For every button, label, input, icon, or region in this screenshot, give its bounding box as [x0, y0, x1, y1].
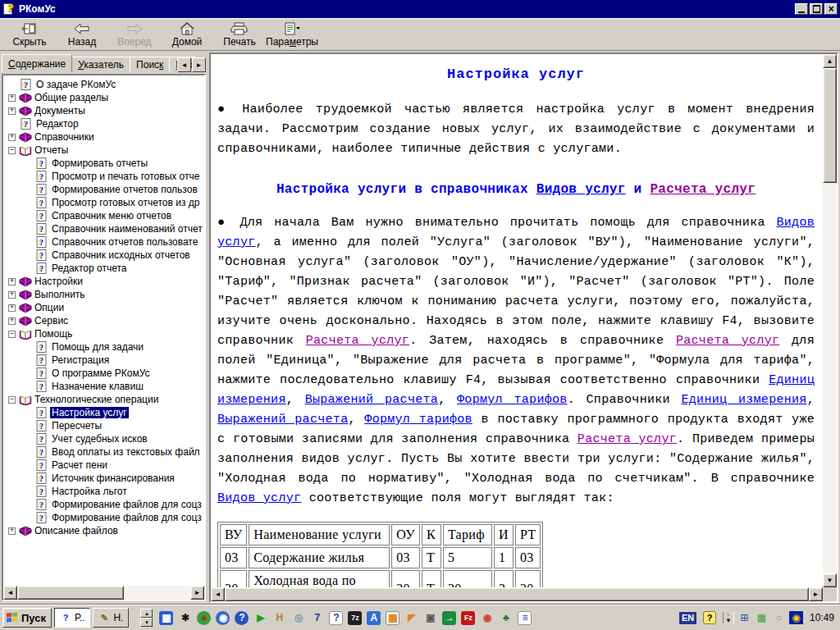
expand-plus-icon[interactable]: + [8, 94, 16, 102]
expand-plus-icon[interactable]: + [8, 291, 16, 299]
volume-tray-icon[interactable]: ○ [772, 611, 786, 624]
network-tray-icon[interactable]: ⊞ [737, 611, 751, 624]
help-link[interactable]: Формул тарифов [364, 413, 472, 427]
tree-item[interactable]: ?Учет судебных исков [3, 432, 204, 445]
help-link[interactable]: Видов услуг [217, 216, 815, 249]
gear-icon[interactable]: ✱ [178, 611, 192, 625]
globe-icon[interactable]: ◉ [216, 611, 230, 625]
player-a-icon[interactable]: A [367, 611, 381, 625]
help-circle-icon[interactable]: ? [235, 611, 249, 625]
tree-item[interactable]: ?Формировать отчеты [3, 157, 204, 170]
tree-item[interactable]: −Отчеты [3, 144, 204, 157]
tab-index[interactable]: Указатель [71, 57, 130, 72]
tab-search[interactable]: Поиск [130, 57, 170, 72]
zip-globe-icon[interactable]: 7 [310, 611, 324, 625]
tree-item[interactable]: ?Настройка услуг [3, 406, 204, 419]
tree-item[interactable]: ?Редактор отчета [3, 262, 204, 275]
help-link[interactable]: Формул тарифов [457, 393, 568, 407]
tree-item[interactable]: +Справочники [3, 130, 204, 144]
language-indicator[interactable]: EN [679, 612, 696, 624]
expand-plus-icon[interactable]: + [8, 317, 16, 325]
task-button[interactable]: ✎Н. [93, 608, 129, 628]
browser-circle-icon[interactable]: ◉ [480, 611, 494, 625]
tree-item[interactable]: ?Просмотр готовых отчетов из др [3, 196, 204, 209]
tree-item[interactable]: ?О программе РКомУс [3, 367, 204, 380]
tree-item[interactable]: ?О задаче РКомУс [3, 78, 204, 91]
tree-horizontal-scrollbar[interactable]: ◄ ► [3, 586, 204, 600]
help-link[interactable]: Видов услуг [217, 491, 301, 505]
help-link[interactable]: Видов услуг [536, 182, 626, 197]
hex-editor-icon[interactable]: H [272, 611, 286, 625]
scroll-down-icon[interactable]: ▼ [823, 573, 837, 587]
content-vertical-scrollbar[interactable]: ▲ ▼ [823, 54, 837, 587]
tree-item[interactable]: ?Назначение клавиш [3, 380, 204, 393]
system-tray-icon[interactable]: ▦ [755, 611, 769, 624]
sevenzip-icon[interactable]: 7z [348, 611, 362, 625]
tree-item[interactable]: −Помощь [3, 327, 204, 340]
close-button[interactable]: × [824, 3, 838, 15]
help-link[interactable]: Расчета услуг [578, 432, 677, 446]
hide-button[interactable]: Скрыть [3, 19, 56, 50]
tree-item[interactable]: ?Помощь для задачи [3, 340, 204, 354]
tree-item[interactable]: ?Настройка льгот [3, 485, 204, 498]
expand-plus-icon[interactable]: + [8, 107, 16, 115]
collapse-minus-icon[interactable]: − [8, 147, 16, 154]
expand-plus-icon[interactable]: + [8, 304, 16, 312]
help-file-icon[interactable]: ? [329, 611, 343, 625]
help-link[interactable]: Выражений расчета [305, 393, 438, 407]
tree-item[interactable]: −Технологические операции [3, 393, 204, 406]
tree-item[interactable]: ?Справочник меню отчетов [3, 209, 204, 222]
forward-button[interactable]: Вперед [108, 19, 161, 50]
tree-item[interactable]: ?Расчет пени [3, 459, 204, 472]
tree-item[interactable]: ?Формирование файлов для соцз [3, 511, 204, 524]
home-button[interactable]: Домой [161, 19, 213, 50]
tree-item[interactable]: ?Справочник отчетов пользовате [3, 235, 204, 249]
restore-button[interactable] [810, 3, 823, 15]
collapse-minus-icon[interactable]: − [8, 396, 16, 404]
tree-item[interactable]: ?Пересчеты [3, 419, 204, 432]
help-link[interactable]: Единиц измерения [682, 393, 807, 407]
tree-item[interactable]: ?Справочник исходных отчетов [3, 249, 204, 262]
minimize-button[interactable] [795, 3, 808, 15]
signal-tray-icon[interactable]: ◉ [789, 611, 803, 624]
help-bubble-icon[interactable]: ? [703, 611, 716, 624]
help-link[interactable]: Расчета услуг [650, 182, 756, 197]
back-button[interactable]: Назад [56, 19, 108, 50]
content-vscroll-thumb[interactable] [823, 68, 837, 183]
go-arrow-icon[interactable]: → [442, 611, 456, 625]
tree-item[interactable]: +Документы [3, 104, 204, 117]
app-grid-icon[interactable]: ▦ [386, 611, 399, 625]
scroll-up-icon[interactable]: ▲ [823, 54, 837, 68]
expand-plus-icon[interactable]: + [8, 134, 16, 141]
tree-item[interactable]: +Сервис [3, 314, 204, 327]
tree-item[interactable]: ?Регистрация [3, 354, 204, 367]
printer-box-icon[interactable]: ▣ [423, 611, 437, 625]
tree-item[interactable]: ?Редактор [3, 117, 204, 130]
scroll-down-icon[interactable]: ▼ [140, 618, 153, 627]
tree-item[interactable]: ?Ввод оплаты из текстовых файл [3, 445, 204, 459]
content-hscroll-thumb[interactable] [225, 587, 809, 601]
help-link[interactable]: Выражений расчета [217, 413, 348, 427]
task-button[interactable]: ?Р.. [54, 608, 90, 628]
start-button[interactable]: Пуск [2, 608, 52, 628]
tree-item[interactable]: +Описание файлов [3, 524, 204, 537]
tree-item[interactable]: ?Просмотр и печать готовых отче [3, 170, 204, 183]
options-button[interactable]: Параметры [266, 19, 318, 50]
tree-hscroll-thumb[interactable] [17, 586, 124, 600]
tab-scroll-right-icon[interactable]: ► [192, 57, 206, 72]
filezilla-icon[interactable]: Fz [461, 611, 475, 625]
scroll-right-icon[interactable]: ► [190, 586, 204, 600]
scroll-left-icon[interactable]: ◄ [211, 587, 225, 601]
help-link[interactable]: Расчета услуг [676, 334, 779, 348]
tab-scroll-left-icon[interactable]: ◄ [177, 57, 191, 72]
content-horizontal-scrollbar[interactable]: ◄ ► [211, 587, 823, 601]
scroll-left-icon[interactable]: ◄ [3, 586, 17, 600]
print-button[interactable]: Печать [213, 19, 266, 50]
help-link[interactable]: Расчета услуг [306, 334, 409, 348]
network-monitor-icon[interactable]: ▦ [159, 611, 173, 625]
tree-item[interactable]: ?Формирование отчетов пользов [3, 183, 204, 196]
hidden-icons-chevron[interactable]: ▫▼ [723, 612, 734, 623]
expand-plus-icon[interactable]: + [8, 527, 16, 535]
tree-item[interactable]: +Выполнить [3, 288, 204, 301]
scroll-right-icon[interactable]: ► [809, 587, 823, 601]
